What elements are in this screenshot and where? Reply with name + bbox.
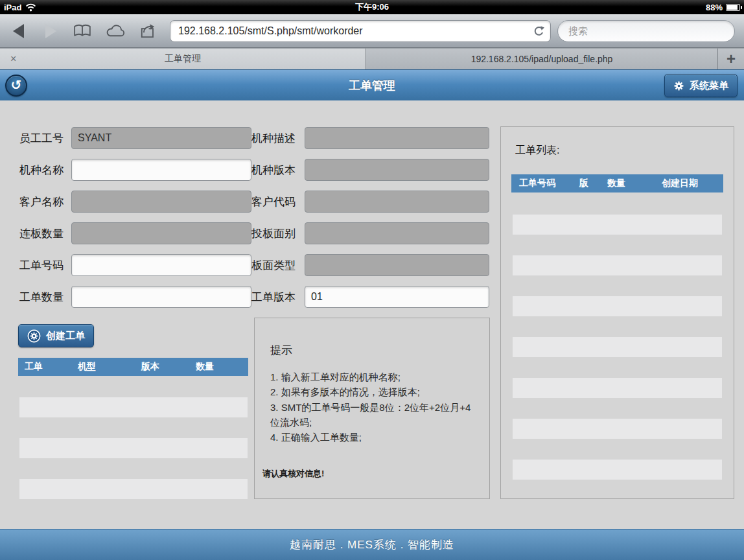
battery-icon: [726, 4, 740, 11]
refresh-button[interactable]: [533, 25, 545, 40]
back-nav-button[interactable]: [13, 14, 24, 47]
column-header: 工单: [18, 361, 78, 373]
tab-close-icon[interactable]: ×: [10, 53, 16, 65]
table-row: [513, 460, 722, 480]
field-input[interactable]: [71, 286, 251, 308]
table-row: [513, 255, 722, 275]
page-header: ↺ 工单管理 系统菜单: [0, 69, 744, 100]
field-input: [71, 127, 251, 149]
page-footer: 越南耐思 . MES系统 . 智能制造: [0, 529, 744, 560]
url-text: 192.168.2.105/smt/S.php/smt/workorder: [178, 25, 363, 37]
pending-table-header: 工单 机型 版本 数量: [18, 358, 248, 376]
tab-workorder[interactable]: × 工单管理: [0, 48, 366, 69]
content: 员工工号机种描述机种名称机种版本客户名称客户代码连板数量投板面别工单号码板面类型…: [0, 100, 744, 529]
column-header: 工单号码: [511, 178, 579, 189]
tab-bar: × 工单管理 192.168.2.105/ipad/upload_file.ph…: [0, 48, 744, 69]
table-row: [513, 296, 722, 316]
refresh-icon: [533, 25, 545, 38]
field-label: 连板数量: [19, 226, 71, 241]
tips-item: 4. 正确输入工单数量;: [270, 430, 474, 445]
pending-table-rows: [19, 397, 248, 520]
table-row: [19, 397, 248, 417]
clock: 下午9:06: [355, 1, 389, 13]
table-row: [19, 438, 248, 458]
field-label: 工单号码: [19, 258, 71, 273]
table-row: [19, 479, 248, 499]
book-icon: [73, 24, 91, 38]
gear-icon: [673, 80, 684, 91]
new-tab-button[interactable]: +: [718, 48, 744, 69]
field-input: [305, 127, 489, 149]
tab-upload-file[interactable]: 192.168.2.105/ipad/upload_file.php: [366, 48, 718, 69]
field-label: 员工工号: [19, 131, 71, 146]
cloud-icon: [106, 24, 125, 38]
forward-arrow-icon: [45, 24, 56, 38]
table-row: [513, 337, 722, 357]
return-arrow-icon: ↺: [11, 78, 22, 92]
order-list-title: 工单列表:: [515, 144, 723, 158]
order-list-panel: 工单列表: 工单号码 版 数量 创建日期: [500, 126, 734, 499]
page-back-button[interactable]: ↺: [5, 75, 27, 97]
column-header: 数量: [607, 178, 662, 189]
field-label: 机种版本: [251, 163, 305, 178]
back-arrow-icon: [13, 24, 24, 38]
column-header: 数量: [196, 361, 248, 373]
order-list-header: 工单号码 版 数量 创建日期: [511, 174, 723, 192]
system-menu-label: 系统菜单: [690, 80, 728, 92]
tips-item: 3. SMT的工单号码一般是8位：2位年+2位月+4位流水码;: [270, 400, 474, 430]
tab-label: 工单管理: [165, 53, 201, 65]
field-input: [305, 191, 489, 213]
column-header: 机型: [78, 361, 141, 373]
field-input: [305, 222, 489, 244]
tab-label: 192.168.2.105/ipad/upload_file.php: [471, 54, 613, 64]
page-title: 工单管理: [349, 78, 395, 93]
browser-toolbar: 192.168.2.105/smt/S.php/smt/workorder 搜索: [0, 14, 744, 48]
footer-text: 越南耐思 . MES系统 . 智能制造: [290, 537, 454, 552]
forward-nav-button[interactable]: [45, 14, 56, 47]
share-button[interactable]: [139, 14, 157, 47]
field-label: 机种名称: [19, 163, 71, 178]
field-label: 客户名称: [19, 194, 71, 209]
create-workorder-label: 创建工单: [46, 330, 85, 342]
bookmarks-button[interactable]: [73, 14, 91, 47]
column-header: 创建日期: [662, 178, 723, 189]
column-header: 版本: [141, 361, 196, 373]
field-label: 工单版本: [251, 290, 305, 305]
tips-title: 提示: [270, 343, 474, 358]
gear-icon: [27, 329, 41, 343]
field-input[interactable]: [305, 286, 489, 308]
search-placeholder: 搜索: [568, 25, 588, 38]
field-label: 板面类型: [251, 258, 305, 273]
field-input: [71, 222, 251, 244]
table-row: [513, 215, 722, 235]
field-input: [71, 191, 251, 213]
field-label: 客户代码: [251, 194, 305, 209]
field-input[interactable]: [71, 159, 251, 181]
field-input[interactable]: [71, 254, 251, 276]
tips-item: 2. 如果有多版本的情况，选择版本;: [270, 384, 474, 399]
table-row: [513, 378, 722, 398]
field-label: 工单数量: [19, 290, 71, 305]
table-row: [513, 419, 722, 439]
create-workorder-button[interactable]: 创建工单: [18, 324, 94, 347]
tips-warning: 请认真核对信息!: [262, 468, 474, 480]
status-bar: iPad 下午9:06 88%: [0, 0, 744, 14]
system-menu-button[interactable]: 系统菜单: [664, 74, 738, 97]
field-input: [305, 254, 489, 276]
order-list-rows: [511, 215, 723, 480]
share-icon: [139, 23, 157, 38]
search-input[interactable]: 搜索: [557, 20, 735, 42]
field-label: 机种描述: [251, 131, 305, 146]
form-grid: 员工工号机种描述机种名称机种版本客户名称客户代码连板数量投板面别工单号码板面类型…: [19, 127, 489, 308]
tips-panel: 提示 1. 输入新工单对应的机种名称; 2. 如果有多版本的情况，选择版本; 3…: [254, 318, 490, 499]
icloud-tabs-button[interactable]: [106, 14, 125, 47]
plus-icon: +: [727, 50, 736, 68]
tips-item: 1. 输入新工单对应的机种名称;: [270, 369, 474, 384]
field-input: [305, 159, 489, 181]
url-bar[interactable]: 192.168.2.105/smt/S.php/smt/workorder: [170, 20, 551, 42]
battery-percent: 88%: [706, 3, 723, 12]
column-header: 版: [579, 178, 607, 189]
field-label: 投板面别: [251, 226, 305, 241]
